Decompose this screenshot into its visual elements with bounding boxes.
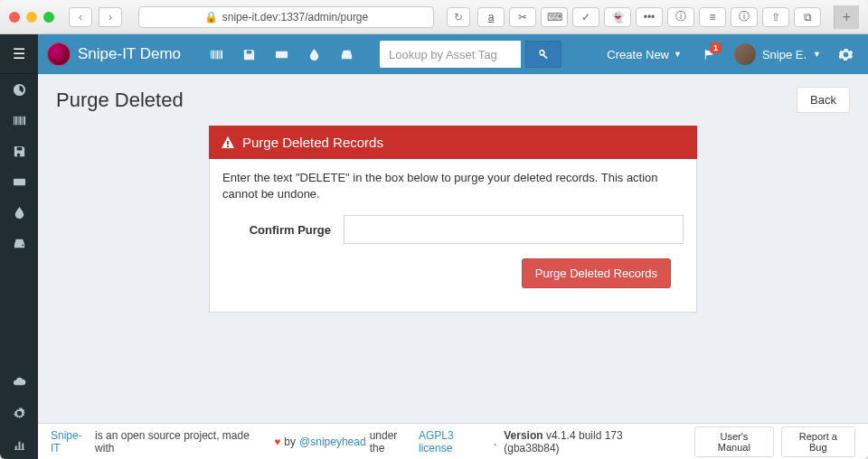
svg-rect-1: [275, 51, 287, 58]
topbar: Snipe-IT Demo Create New ▼ 1: [38, 34, 868, 74]
search-input[interactable]: [380, 41, 521, 68]
drop-icon[interactable]: [0, 197, 38, 228]
barcode-icon[interactable]: [0, 105, 38, 136]
check-icon[interactable]: ✓: [572, 7, 599, 27]
confirm-input[interactable]: [344, 215, 684, 244]
hdd-icon[interactable]: [0, 228, 38, 258]
back-button[interactable]: Back: [797, 87, 850, 113]
save-icon[interactable]: [0, 136, 38, 166]
minimize-window[interactable]: [26, 12, 37, 23]
ghost-icon[interactable]: 👻: [604, 7, 631, 27]
share-icon[interactable]: ⇧: [762, 7, 789, 27]
panel-footer: Purge Deleted Records: [222, 258, 684, 301]
app-frame: ☰ Snipe-IT Demo: [0, 34, 868, 459]
tb-barcode-icon[interactable]: [203, 41, 230, 68]
confirm-row: Confirm Purge: [222, 215, 684, 244]
hamburger-icon[interactable]: ☰: [0, 34, 38, 74]
notifications-button[interactable]: 1: [696, 41, 723, 68]
caret-down-icon: ▼: [813, 50, 821, 59]
user-menu[interactable]: Snipe E. ▼: [729, 43, 826, 65]
stack-icon[interactable]: ≡: [699, 7, 726, 27]
purge-panel: Purge Deleted Records Enter the text "DE…: [209, 126, 697, 313]
forward-nav-button[interactable]: ›: [99, 7, 122, 27]
purge-button[interactable]: Purge Deleted Records: [522, 258, 671, 288]
cloud-icon[interactable]: [0, 367, 38, 398]
avatar: [734, 43, 756, 65]
panel-body: Enter the text "DELETE" in the box below…: [210, 159, 696, 312]
app-logo[interactable]: Snipe-IT Demo: [47, 42, 181, 66]
new-tab-button[interactable]: +: [834, 5, 859, 29]
page-title: Purge Deleted: [56, 89, 184, 112]
browser-window: ‹ › 🔒 snipe-it.dev:1337/admin/purge ↻ a …: [0, 0, 868, 459]
window-controls: [9, 12, 54, 23]
footer: Snipe-IT is an open source project, made…: [38, 423, 868, 459]
create-new-menu[interactable]: Create New ▼: [598, 41, 691, 68]
report-bug-button[interactable]: Report a Bug: [781, 426, 855, 457]
more-icon[interactable]: •••: [636, 7, 663, 27]
footer-link-snipeit[interactable]: Snipe-IT: [51, 429, 91, 454]
dashboard-icon[interactable]: [0, 74, 38, 105]
users-manual-button[interactable]: User's Manual: [694, 426, 774, 457]
keyboard-icon[interactable]: ⌨: [541, 7, 568, 27]
amazon-icon[interactable]: a: [477, 7, 505, 27]
browser-chrome: ‹ › 🔒 snipe-it.dev:1337/admin/purge ↻ a …: [0, 0, 868, 34]
keyboard2-icon[interactable]: [0, 166, 38, 197]
tabs-icon[interactable]: ⧉: [794, 7, 821, 27]
footer-link-author[interactable]: @snipeyhead: [299, 436, 366, 448]
warning-icon: [221, 136, 235, 150]
heart-icon: ♥: [274, 436, 280, 448]
tb-keyboard-icon[interactable]: [268, 41, 295, 68]
notification-badge: 1: [710, 42, 722, 53]
search-button[interactable]: [525, 41, 561, 68]
gear-icon[interactable]: [0, 398, 38, 428]
panel-heading: Purge Deleted Records: [209, 126, 697, 159]
confirm-label: Confirm Purge: [222, 223, 331, 237]
svg-rect-0: [13, 178, 24, 185]
tb-save-icon[interactable]: [235, 41, 262, 68]
close-window[interactable]: [9, 12, 20, 23]
version-text: Version v4.1.4 build 173 (gba38b84): [504, 429, 680, 454]
footer-link-license[interactable]: AGPL3 license: [419, 429, 490, 454]
caret-down-icon: ▼: [674, 50, 682, 59]
lock-icon: 🔒: [204, 11, 218, 23]
settings-icon[interactable]: [832, 41, 859, 68]
logo-image: [47, 42, 71, 66]
tb-drop-icon[interactable]: [300, 41, 327, 68]
maximize-window[interactable]: [43, 12, 54, 23]
back-nav-button[interactable]: ‹: [69, 7, 92, 27]
info-icon[interactable]: ⓘ: [667, 7, 694, 27]
content: Purge Deleted Back Purge Deleted Records…: [38, 74, 868, 423]
sidebar: ☰: [0, 34, 38, 459]
info2-icon[interactable]: ⓘ: [731, 7, 758, 27]
reload-button[interactable]: ↻: [447, 7, 470, 27]
instructions-text: Enter the text "DELETE" in the box below…: [222, 170, 684, 202]
toolbar-buttons: a ✂ ⌨ ✓ 👻 ••• ⓘ ≡ ⓘ ⇧ ⧉: [477, 7, 821, 27]
scissors-icon[interactable]: ✂: [509, 7, 536, 27]
address-bar[interactable]: 🔒 snipe-it.dev:1337/admin/purge: [138, 6, 434, 28]
chart-icon[interactable]: [0, 428, 38, 459]
app-title: Snipe-IT Demo: [78, 45, 181, 63]
tb-hdd-icon[interactable]: [333, 41, 360, 68]
url-text: snipe-it.dev:1337/admin/purge: [222, 11, 368, 23]
main-area: Snipe-IT Demo Create New ▼ 1: [38, 34, 868, 459]
page-header: Purge Deleted Back: [56, 87, 850, 113]
